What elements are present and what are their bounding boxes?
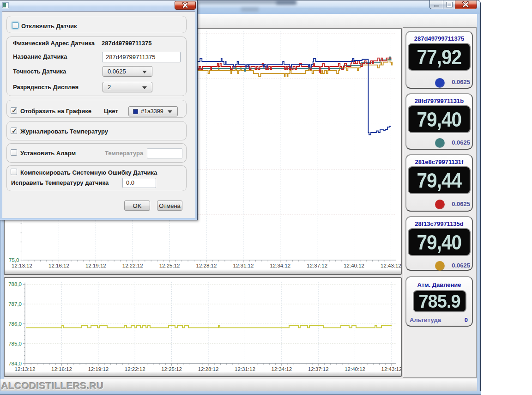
svg-text:12:25:12: 12:25:12 [161, 366, 182, 372]
svg-text:788,0: 788,0 [8, 281, 22, 287]
svg-text:784,0: 784,0 [8, 361, 22, 366]
svg-text:12:13:12: 12:13:12 [12, 263, 32, 268]
svg-text:12:31:12: 12:31:12 [233, 263, 254, 268]
svg-text:12:37:12: 12:37:12 [307, 263, 327, 268]
svg-text:12:13:12: 12:13:12 [15, 366, 36, 372]
svg-text:12:19:12: 12:19:12 [88, 366, 109, 372]
svg-text:75,0: 75,0 [9, 257, 19, 263]
svg-text:12:43:12: 12:43:12 [381, 366, 401, 372]
svg-text:12:34:12: 12:34:12 [271, 366, 292, 372]
svg-text:12:28:12: 12:28:12 [198, 366, 219, 372]
svg-text:12:28:12: 12:28:12 [196, 263, 217, 268]
svg-text:12:34:12: 12:34:12 [270, 263, 290, 268]
svg-text:12:37:12: 12:37:12 [308, 366, 329, 372]
svg-text:12:40:12: 12:40:12 [344, 263, 364, 268]
svg-text:12:16:12: 12:16:12 [48, 263, 69, 268]
svg-text:12:43:12: 12:43:12 [381, 263, 401, 268]
svg-text:785,0: 785,0 [8, 341, 22, 346]
svg-text:12:16:12: 12:16:12 [51, 366, 72, 372]
svg-text:12:22:12: 12:22:12 [122, 263, 143, 268]
svg-text:12:40:12: 12:40:12 [345, 366, 365, 372]
svg-text:786,0: 786,0 [8, 321, 22, 327]
svg-text:12:19:12: 12:19:12 [85, 263, 106, 268]
svg-text:787,0: 787,0 [8, 301, 22, 307]
svg-text:12:25:12: 12:25:12 [159, 263, 180, 268]
svg-text:12:22:12: 12:22:12 [125, 366, 145, 372]
svg-text:12:31:12: 12:31:12 [235, 366, 255, 372]
